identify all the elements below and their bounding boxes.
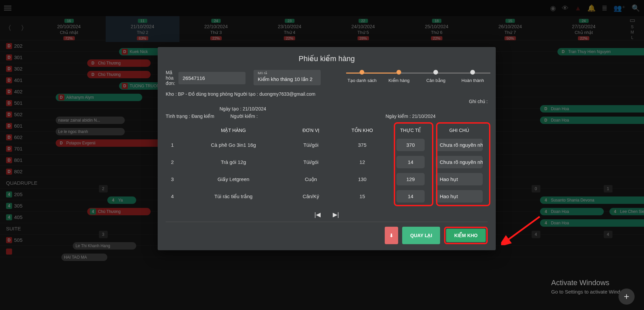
step-dot (433, 70, 438, 75)
note-input[interactable] (436, 139, 483, 151)
col-unit: ĐƠN VỊ (288, 124, 334, 136)
table-row: 2Trà gói 12gTúi/gói12 (166, 153, 488, 171)
col-stock: TỒN KHO (334, 124, 390, 136)
description-input[interactable] (254, 74, 321, 85)
back-button[interactable]: QUAY LẠI (402, 227, 440, 244)
table-row: 3Giấy LetgreenCuộn130 (166, 171, 488, 188)
col-note: GHI CHÚ (431, 124, 488, 136)
meta-checker: Người kiểm : (230, 114, 258, 119)
meta-note: Ghi chú : (469, 99, 488, 104)
table-row: 4Túi rác tiểu trắngCân/Ký15 (166, 188, 488, 205)
step: Cân bằng (417, 70, 454, 83)
modal-footer: ⬇ QUAY LẠI KIỂM KHO (166, 227, 488, 244)
meta-status: Tình trạng : Đang kiểm (166, 114, 214, 119)
cell-idx: 3 (166, 171, 179, 188)
step-dot (470, 70, 475, 75)
step: Kiểm hàng (380, 70, 417, 83)
invoice-input[interactable] (178, 72, 246, 84)
col-item: MẶT HÀNG (179, 124, 288, 136)
description-field: Mô tả (254, 70, 321, 85)
invoice-field: Mã hóa đơn: (166, 70, 246, 86)
meta-warehouse: Kho : BP - Đồ dùng trong phòng Người tạo… (166, 91, 320, 104)
actual-input[interactable] (396, 173, 425, 185)
invoice-label: Mã hóa đơn: (166, 70, 175, 86)
fab-add[interactable]: + (619, 289, 635, 305)
cell-stock: 375 (334, 136, 390, 153)
note-input[interactable] (436, 173, 483, 185)
highlight-confirm: KIỂM KHO (444, 227, 488, 244)
cell-item: Giấy Letgreen (179, 171, 288, 188)
note-input[interactable] (436, 190, 483, 203)
first-page-icon[interactable]: |◀ (314, 211, 321, 218)
progress-stepper: Tạo danh sáchKiểm hàngCân bằngHoàn thành (329, 70, 498, 83)
cell-idx: 1 (166, 136, 179, 153)
col-actual: THỰC TẾ (390, 124, 431, 136)
step: Hoàn thành (454, 70, 491, 83)
cell-unit: Túi/gói (288, 153, 334, 171)
cell-idx: 4 (166, 188, 179, 205)
items-table: MẶT HÀNG ĐƠN VỊ TỒN KHO THỰC TẾ GHI CHÚ … (166, 124, 488, 205)
step-dot (360, 70, 364, 75)
modal-title: Phiếu kiểm hàng (166, 54, 488, 63)
cell-unit: Cân/Ký (288, 188, 334, 205)
meta-info: Kho : BP - Đồ dùng trong phòng Người tạo… (166, 91, 488, 121)
table-pager: |◀ ▶| (166, 205, 488, 222)
cell-stock: 12 (334, 153, 390, 171)
cell-item: Trà gói 12g (179, 153, 288, 171)
cell-stock: 15 (334, 188, 390, 205)
step: Tạo danh sách (343, 70, 380, 83)
actual-input[interactable] (396, 190, 425, 203)
step-label: Tạo danh sách (347, 78, 377, 83)
download-button[interactable]: ⬇ (385, 227, 398, 244)
cell-item: Cà phê Go 3in1 16g (179, 136, 288, 153)
confirm-button[interactable]: KIỂM KHO (446, 229, 486, 242)
note-input[interactable] (436, 156, 483, 168)
watermark-title: Activate Windows (551, 278, 631, 288)
windows-watermark: Activate Windows Go to Settings to activ… (551, 278, 631, 295)
meta-created-date: Ngày tạo : 21/10/2024 (166, 106, 320, 112)
last-page-icon[interactable]: ▶| (333, 211, 339, 218)
step-dot (396, 70, 401, 75)
meta-check-date: Ngày kiểm : 21/10/2024 (385, 114, 435, 119)
actual-input[interactable] (396, 139, 425, 151)
table-row: 1Cà phê Go 3in1 16gTúi/gói375 (166, 136, 488, 153)
cell-idx: 2 (166, 153, 179, 171)
cell-stock: 130 (334, 171, 390, 188)
cell-unit: Túi/gói (288, 136, 334, 153)
inventory-check-modal: Phiếu kiểm hàng Mã hóa đơn: Mô tả Tạo da… (158, 47, 496, 250)
cell-item: Túi rác tiểu trắng (179, 188, 288, 205)
step-label: Hoàn thành (462, 78, 484, 83)
step-label: Kiểm hàng (388, 78, 410, 83)
cell-unit: Cuộn (288, 171, 334, 188)
step-label: Cân bằng (426, 78, 445, 83)
actual-input[interactable] (396, 156, 425, 168)
